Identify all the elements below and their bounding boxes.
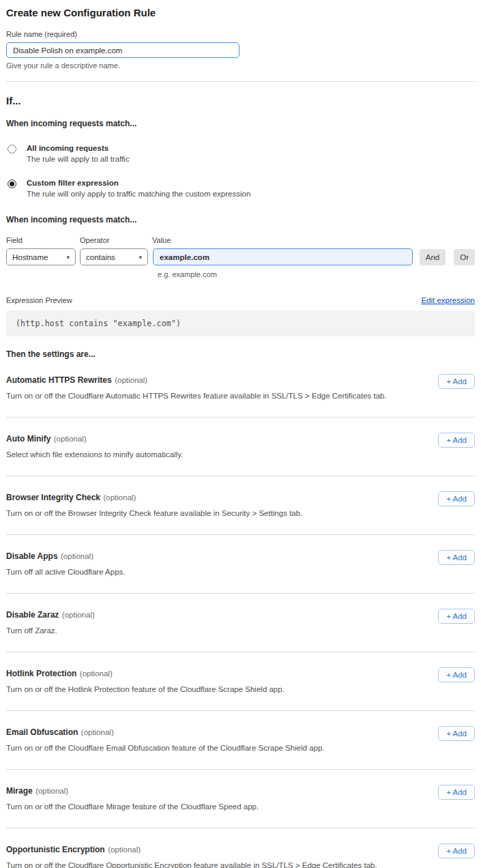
add-button[interactable]: + Add: [438, 609, 475, 624]
expression-preview-label: Expression Preview: [6, 296, 72, 304]
setting-description: Select which file extensions to minify a…: [6, 450, 183, 459]
setting-description: Turn off Zaraz.: [6, 626, 95, 635]
optional-tag: (optional): [81, 728, 114, 736]
rule-name-label: Rule name (required): [6, 30, 475, 38]
edit-expression-link[interactable]: Edit expression: [421, 296, 475, 304]
chevron-down-icon: ▾: [139, 254, 142, 261]
setting-name: Automatic HTTPS Rewrites: [6, 375, 112, 385]
add-button[interactable]: + Add: [438, 726, 475, 741]
setting-email-obfuscation: Email Obfuscation (optional) Turn on or …: [6, 711, 475, 770]
rule-name-input[interactable]: [6, 42, 239, 58]
radio-custom-filter-expression[interactable]: Custom filter expression The rule will o…: [6, 179, 475, 198]
setting-name: Hotlink Protection: [6, 669, 76, 678]
if-heading: If...: [6, 95, 475, 106]
setting-description: Turn on or off the Cloudflare Email Obfu…: [6, 744, 325, 752]
operator-select[interactable]: contains ▾: [80, 248, 148, 265]
optional-tag: (optional): [108, 845, 141, 854]
field-select[interactable]: Hostname ▾: [6, 248, 76, 265]
setting-description: Turn on or off the Cloudflare Opportunis…: [6, 861, 377, 868]
optional-tag: (optional): [35, 787, 68, 795]
optional-tag: (optional): [80, 669, 113, 678]
setting-hotlink-protection: Hotlink Protection (optional) Turn on or…: [6, 652, 475, 711]
field-label: Field: [6, 236, 80, 244]
field-select-value: Hostname: [12, 253, 48, 261]
add-button[interactable]: + Add: [438, 433, 475, 448]
value-label: Value: [152, 236, 171, 244]
page-title: Create new Configuration Rule: [6, 7, 475, 18]
chevron-down-icon: ▾: [66, 254, 70, 261]
setting-disable-zaraz: Disable Zaraz (optional) Turn off Zaraz.…: [6, 594, 475, 652]
value-input[interactable]: [153, 248, 413, 265]
setting-name: Mirage: [6, 786, 33, 796]
filter-builder-heading: When incoming requests match...: [6, 215, 475, 225]
filter-column-labels: Field Operator Value: [6, 236, 475, 244]
setting-description: Turn on or off the Browser Integrity Che…: [6, 509, 302, 517]
optional-tag: (optional): [104, 493, 136, 502]
rule-name-helper: Give your rule a descriptive name.: [6, 61, 475, 70]
setting-name: Disable Zaraz: [6, 610, 59, 620]
radio-icon: [8, 145, 16, 154]
add-button[interactable]: + Add: [438, 785, 475, 800]
setting-auto-minify: Auto Minify (optional) Select which file…: [6, 418, 475, 476]
optional-tag: (optional): [115, 376, 147, 384]
and-button[interactable]: And: [420, 249, 446, 265]
setting-opportunistic-encryption: Opportunistic Encryption (optional) Turn…: [6, 828, 475, 868]
setting-name: Browser Integrity Check: [6, 493, 100, 502]
setting-name: Opportunistic Encryption: [6, 845, 105, 854]
then-settings-heading: Then the settings are...: [6, 349, 475, 359]
radio-label: Custom filter expression: [27, 179, 250, 187]
add-button[interactable]: + Add: [438, 374, 475, 389]
setting-automatic-https-rewrites: Automatic HTTPS Rewrites (optional) Turn…: [6, 359, 475, 418]
operator-select-value: contains: [86, 253, 115, 261]
setting-name: Email Obfuscation: [6, 727, 78, 737]
radio-description: The rule will only apply to traffic matc…: [27, 190, 250, 198]
setting-description: Turn off all active Cloudflare Apps.: [6, 568, 126, 576]
expression-code: (http.host contains "example.com"): [6, 310, 475, 336]
optional-tag: (optional): [62, 611, 95, 619]
add-button[interactable]: + Add: [438, 843, 475, 858]
setting-browser-integrity-check: Browser Integrity Check (optional) Turn …: [6, 476, 475, 535]
setting-description: Turn on or off the Cloudflare Mirage fea…: [6, 802, 259, 811]
add-button[interactable]: + Add: [438, 667, 475, 682]
expression-preview-row: Expression Preview Edit expression: [6, 296, 475, 304]
optional-tag: (optional): [61, 552, 93, 560]
setting-description: Turn on or off the Hotlink Protection fe…: [6, 685, 285, 693]
radio-icon-selected: [8, 179, 16, 188]
add-button[interactable]: + Add: [438, 550, 475, 565]
or-button[interactable]: Or: [454, 249, 475, 265]
setting-name: Disable Apps: [6, 551, 58, 561]
radio-all-incoming-requests[interactable]: All incoming requests The rule will appl…: [6, 144, 475, 163]
value-helper: e.g. example.com: [158, 270, 475, 278]
create-configuration-rule-form: Create new Configuration Rule Rule name …: [0, 0, 481, 868]
filter-row: Hostname ▾ contains ▾ And Or: [6, 248, 475, 265]
optional-tag: (optional): [54, 435, 87, 443]
setting-mirage: Mirage (optional) Turn on or off the Clo…: [6, 770, 475, 828]
radio-label: All incoming requests: [27, 144, 130, 152]
setting-disable-apps: Disable Apps (optional) Turn off all act…: [6, 535, 475, 594]
operator-label: Operator: [80, 236, 152, 244]
setting-description: Turn on or off the Cloudflare Automatic …: [6, 392, 387, 400]
divider: [6, 81, 475, 82]
setting-name: Auto Minify: [6, 434, 50, 444]
add-button[interactable]: + Add: [438, 491, 475, 506]
radio-description: The rule will apply to all traffic: [27, 155, 130, 163]
incoming-requests-match-heading: When incoming requests match...: [6, 119, 475, 128]
